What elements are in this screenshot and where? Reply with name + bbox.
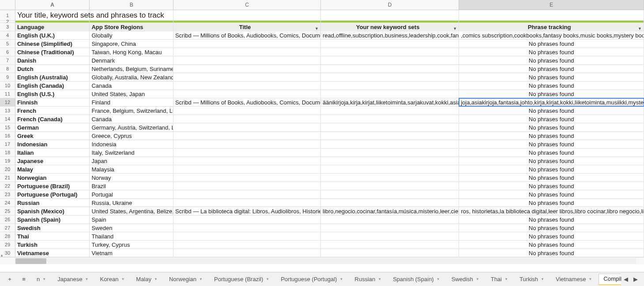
cell[interactable]: Germany, Austria, Switzerland, Luxe — [90, 123, 173, 131]
cell[interactable]: No phrases found — [459, 56, 644, 64]
chevron-down-icon[interactable]: ▼ — [85, 274, 89, 285]
sheet-tab[interactable]: Spanish (Spain)▼ — [388, 274, 444, 285]
cell[interactable]: Japanese — [15, 157, 90, 165]
chevron-down-icon[interactable]: ▼ — [199, 274, 203, 285]
row-number[interactable]: 23 — [0, 190, 15, 198]
cell[interactable]: Sweden — [90, 224, 173, 232]
cell[interactable]: read,offline,subscription,business,leade… — [321, 31, 459, 39]
header-title[interactable]: Title▼ — [173, 23, 321, 31]
row-number[interactable]: 2 — [0, 21, 15, 22]
cell[interactable] — [321, 73, 459, 81]
cell[interactable] — [173, 157, 321, 165]
cell[interactable] — [173, 21, 321, 22]
cell[interactable] — [321, 90, 459, 98]
cell[interactable]: Greek — [15, 132, 90, 140]
cell[interactable] — [173, 140, 321, 148]
cell[interactable] — [321, 40, 459, 48]
sheet-tab[interactable]: Vietnamese▼ — [551, 274, 597, 285]
cell[interactable] — [173, 190, 321, 198]
row-number[interactable]: 24 — [0, 199, 15, 207]
row-number[interactable]: 13 — [0, 107, 15, 115]
cell[interactable] — [173, 215, 321, 223]
sheet-tab[interactable]: Norwegian▼ — [164, 274, 207, 285]
row-number[interactable]: 8 — [0, 65, 15, 73]
cell[interactable] — [15, 21, 90, 22]
chevron-down-icon[interactable]: ▼ — [339, 274, 343, 285]
cell[interactable] — [90, 21, 173, 22]
header-keyword-sets[interactable]: Your new keyword sets▼ — [321, 23, 459, 31]
cell[interactable] — [321, 65, 459, 73]
cell[interactable]: Chinese (Simplified) — [15, 40, 90, 48]
cell[interactable]: Indonesian — [15, 140, 90, 148]
cell[interactable]: Italy, Switzerland — [90, 149, 173, 156]
cell[interactable]: No phrases found — [459, 48, 644, 56]
cell[interactable]: Finland — [90, 98, 173, 106]
page-title-cell[interactable]: Your title, keyword sets and phrases to … — [15, 10, 90, 20]
cell[interactable] — [173, 174, 321, 182]
cell[interactable] — [321, 115, 459, 123]
cell[interactable] — [173, 123, 321, 131]
cell[interactable]: No phrases found — [459, 165, 644, 173]
chevron-down-icon[interactable]: ▼ — [541, 274, 544, 285]
chevron-down-icon[interactable]: ▼ — [266, 274, 269, 285]
cell[interactable]: Russian — [15, 199, 90, 207]
cell[interactable]: No phrases found — [459, 232, 644, 240]
cell[interactable] — [321, 56, 459, 64]
cell[interactable]: No phrases found — [459, 157, 644, 165]
cell[interactable]: Malaysia — [90, 165, 173, 173]
cell[interactable]: No phrases found — [459, 182, 644, 190]
cell[interactable]: English (U.S.) — [15, 90, 90, 98]
sheet-tab[interactable]: Russian▼ — [350, 274, 386, 285]
cell[interactable]: No phrases found — [459, 82, 644, 89]
row-number[interactable]: 5 — [0, 40, 15, 48]
row-number[interactable]: 20 — [0, 165, 15, 173]
cell[interactable]: Globally, Australia, New Zealand, UK — [90, 73, 173, 81]
cell[interactable] — [321, 21, 459, 22]
cell[interactable] — [173, 73, 321, 81]
cell[interactable] — [173, 48, 321, 56]
row-number[interactable]: 19 — [0, 157, 15, 165]
header-regions[interactable]: App Store Regions — [90, 23, 173, 31]
cell[interactable] — [321, 140, 459, 148]
cell[interactable] — [321, 10, 459, 20]
cell[interactable] — [321, 224, 459, 232]
row-number[interactable]: 14 — [0, 115, 15, 123]
tab-scroll-right-button[interactable]: ▶ — [631, 275, 640, 284]
cell[interactable] — [321, 82, 459, 89]
cell[interactable]: German — [15, 123, 90, 131]
cell[interactable]: Dutch — [15, 65, 90, 73]
row-number[interactable]: 27 — [0, 224, 15, 232]
cell[interactable]: Swedish — [15, 224, 90, 232]
cell[interactable]: No phrases found — [459, 140, 644, 148]
cell[interactable]: Japan — [90, 157, 173, 165]
filter-icon[interactable]: ▼ — [453, 25, 457, 31]
cell[interactable]: Thai — [15, 232, 90, 240]
cell[interactable] — [321, 107, 459, 115]
cell[interactable]: Scribd — La biblioteca digital: Libros, … — [173, 207, 321, 215]
chevron-down-icon[interactable]: ▼ — [378, 274, 381, 285]
cell[interactable]: Vietnam — [90, 249, 173, 257]
row-number[interactable]: 6 — [0, 48, 15, 56]
cell[interactable] — [321, 48, 459, 56]
cell[interactable] — [321, 215, 459, 223]
cell[interactable]: Spanish (Mexico) — [15, 207, 90, 215]
sheet-tab[interactable]: Japanese▼ — [53, 274, 93, 285]
row-number[interactable]: 10 — [0, 82, 15, 89]
cell[interactable]: joja,asiakirjoja,fantasia,johto,kirja,ki… — [459, 98, 644, 106]
tab-scroll-left-button[interactable]: ◀ — [621, 275, 631, 284]
cell[interactable]: Scribd — Millions of Books, Audiobooks, … — [173, 98, 321, 106]
chevron-down-icon[interactable]: ▼ — [437, 274, 440, 285]
cell[interactable]: Chinese (Traditional) — [15, 48, 90, 56]
cell[interactable]: No phrases found — [459, 174, 644, 182]
cell[interactable]: No phrases found — [459, 123, 644, 131]
cell[interactable]: United States, Japan — [90, 90, 173, 98]
row-number[interactable]: 18 — [0, 149, 15, 156]
row-number[interactable]: 25 — [0, 207, 15, 215]
cell[interactable] — [173, 199, 321, 207]
cell[interactable] — [173, 82, 321, 89]
cell[interactable]: Scribd — Millions of Books, Audiobooks, … — [173, 31, 321, 39]
cell[interactable] — [321, 165, 459, 173]
cell[interactable]: Portuguese (Brazil) — [15, 182, 90, 190]
cell[interactable] — [321, 182, 459, 190]
cell[interactable]: Globally — [90, 31, 173, 39]
